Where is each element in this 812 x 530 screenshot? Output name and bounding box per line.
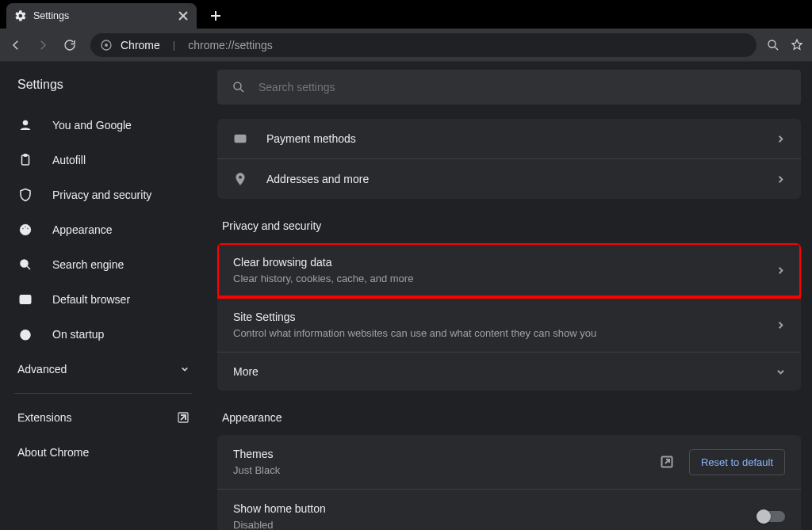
back-button[interactable] — [5, 34, 27, 56]
chevron-right-icon — [776, 266, 785, 275]
svg-point-9 — [27, 228, 29, 230]
sidebar-item-label: Search engine — [52, 258, 124, 271]
card-privacy-and-security: Clear browsing data Clear history, cooki… — [217, 243, 801, 391]
chrome-product-icon — [100, 39, 113, 51]
sidebar-item-default-browser[interactable]: Default browser — [0, 282, 206, 317]
tab-title: Settings — [33, 10, 171, 21]
omnibox-product: Chrome — [121, 39, 160, 51]
person-icon — [17, 117, 33, 133]
settings-search[interactable] — [217, 70, 801, 105]
sidebar-extensions-label: Extensions — [17, 411, 71, 424]
location-pin-icon — [233, 172, 247, 186]
row-themes[interactable]: Themes Just Black Reset to default — [217, 435, 801, 489]
tab-strip: Settings — [0, 0, 812, 29]
row-site-settings[interactable]: Site Settings Control what information w… — [217, 297, 801, 352]
omnibox-separator: | — [173, 39, 175, 51]
card-autofill: Payment methods Addresses and more — [217, 119, 801, 199]
sidebar-item-autofill[interactable]: Autofill — [0, 143, 206, 177]
sidebar-item-you-and-google[interactable]: You and Google — [0, 108, 206, 143]
omnibox[interactable]: Chrome | chrome://settings — [90, 33, 756, 57]
clipboard-icon — [17, 152, 33, 168]
close-icon[interactable] — [178, 10, 189, 21]
power-icon — [17, 326, 33, 342]
row-title: Addresses and more — [266, 173, 369, 185]
row-title: Site Settings — [233, 311, 596, 323]
row-show-home-button[interactable]: Show home button Disabled — [217, 489, 801, 530]
toggle-show-home-button[interactable] — [758, 511, 785, 522]
svg-rect-11 — [20, 296, 31, 304]
card-appearance: Themes Just Black Reset to default Show … — [217, 435, 801, 530]
settings-sidebar: Settings You and Google Autofill Privacy… — [0, 62, 206, 530]
chevron-right-icon — [776, 135, 785, 143]
reload-button[interactable] — [59, 34, 81, 56]
shield-icon — [17, 187, 33, 203]
chevron-right-icon — [776, 321, 785, 330]
sidebar-item-label: Appearance — [52, 223, 113, 236]
sidebar-about-link[interactable]: About Chrome — [0, 435, 206, 470]
forward-button[interactable] — [32, 34, 54, 56]
sidebar-item-label: Default browser — [52, 293, 130, 306]
svg-point-2 — [768, 40, 776, 48]
settings-content: Payment methods Addresses and more Priva… — [206, 62, 812, 530]
gear-icon — [14, 10, 27, 22]
palette-icon — [17, 222, 33, 238]
sidebar-item-label: You and Google — [52, 119, 132, 132]
divider — [14, 393, 192, 394]
reset-to-default-button[interactable]: Reset to default — [689, 449, 785, 475]
sidebar-item-label: On startup — [52, 328, 104, 341]
section-header-privacy: Privacy and security — [222, 219, 798, 232]
sidebar-item-appearance[interactable]: Appearance — [0, 212, 206, 247]
row-title: More — [233, 365, 259, 378]
chevron-down-icon — [776, 368, 785, 376]
svg-rect-15 — [235, 135, 246, 143]
tab-settings[interactable]: Settings — [6, 3, 197, 29]
svg-point-7 — [22, 228, 24, 230]
row-addresses-and-more[interactable]: Addresses and more — [217, 158, 801, 199]
section-header-appearance: Appearance — [222, 411, 798, 424]
search-icon — [232, 80, 246, 94]
svg-point-3 — [23, 120, 28, 125]
row-title: Themes — [233, 448, 280, 460]
credit-card-icon — [233, 132, 247, 146]
settings-search-input[interactable] — [259, 81, 787, 93]
sidebar-about-label: About Chrome — [17, 446, 89, 459]
sidebar-item-on-startup[interactable]: On startup — [0, 317, 206, 352]
row-subtitle: Clear history, cookies, cache, and more — [233, 270, 413, 284]
row-subtitle: Disabled — [233, 517, 326, 530]
row-title: Show home button — [233, 502, 326, 515]
browser-icon — [17, 292, 33, 307]
chevron-down-icon — [181, 365, 189, 373]
row-privacy-more[interactable]: More — [217, 352, 801, 391]
sidebar-item-label: Privacy and security — [52, 189, 151, 201]
bookmark-star-icon[interactable] — [790, 38, 804, 52]
open-external-icon[interactable] — [661, 456, 673, 468]
row-subtitle: Just Black — [233, 462, 280, 476]
sidebar-advanced-label: Advanced — [17, 363, 67, 376]
sidebar-item-label: Autofill — [52, 154, 86, 166]
open-external-icon — [178, 412, 189, 423]
sidebar-item-search-engine[interactable]: Search engine — [0, 247, 206, 282]
svg-rect-5 — [24, 154, 28, 157]
svg-point-1 — [105, 44, 108, 47]
browser-toolbar: Chrome | chrome://settings — [0, 29, 812, 62]
svg-point-8 — [25, 226, 26, 227]
row-subtitle: Control what information websites can us… — [233, 325, 596, 339]
row-payment-methods[interactable]: Payment methods — [217, 119, 801, 158]
zoom-icon[interactable] — [766, 38, 780, 52]
chevron-right-icon — [776, 175, 785, 184]
sidebar-item-privacy-and-security[interactable]: Privacy and security — [0, 177, 206, 212]
row-clear-browsing-data[interactable]: Clear browsing data Clear history, cooki… — [217, 243, 801, 297]
svg-point-10 — [21, 260, 28, 267]
new-tab-button[interactable] — [205, 5, 227, 27]
svg-point-14 — [234, 82, 241, 90]
row-title: Payment methods — [266, 132, 356, 145]
sidebar-extensions-link[interactable]: Extensions — [0, 400, 206, 435]
omnibox-url: chrome://settings — [188, 39, 273, 51]
row-title: Clear browsing data — [233, 256, 413, 269]
search-icon — [17, 257, 33, 273]
sidebar-title: Settings — [0, 73, 206, 108]
sidebar-advanced-toggle[interactable]: Advanced — [0, 352, 206, 387]
